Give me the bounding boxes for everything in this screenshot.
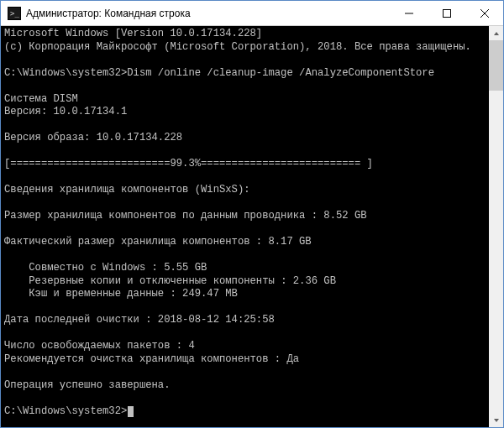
scroll-thumb[interactable] [489, 40, 503, 91]
vertical-scrollbar[interactable] [489, 26, 503, 427]
prompt-path: C:\Windows\system32> [4, 405, 127, 417]
window-title: Администратор: Командная строка [26, 8, 191, 19]
close-button[interactable] [465, 1, 503, 25]
line: Фактический размер хранилища компонентов… [4, 236, 312, 248]
line: Размер хранилища компонентов по данным п… [4, 210, 367, 222]
command-text: Dism /online /cleanup-image /AnalyzeComp… [127, 67, 434, 79]
line: Версия: 10.0.17134.1 [4, 106, 127, 117]
scroll-track[interactable] [489, 40, 503, 413]
scroll-up-button[interactable] [489, 26, 503, 40]
svg-rect-4 [443, 9, 450, 17]
progress-bar: [==========================99.3%========… [4, 158, 373, 170]
console-output[interactable]: Microsoft Windows [Version 10.0.17134.22… [1, 26, 489, 427]
line: Резервные копии и отключенные компоненты… [4, 275, 336, 287]
line: Операция успешно завершена. [4, 379, 170, 391]
line: Дата последней очистки : 2018-08-12 14:2… [4, 314, 275, 326]
svg-rect-3 [405, 13, 413, 13]
scroll-down-button[interactable] [489, 413, 503, 427]
svg-text:>_: >_ [10, 9, 19, 18]
line: Кэш и временные данные : 249.47 MB [4, 288, 238, 300]
line: Число освобождаемых пакетов : 4 [4, 340, 195, 352]
maximize-button[interactable] [428, 1, 465, 25]
line: Microsoft Windows [Version 10.0.17134.22… [4, 28, 262, 39]
line: Cистема DISM [4, 93, 78, 105]
minimize-button[interactable] [390, 1, 428, 25]
line: (c) Корпорация Майкрософт (Microsoft Cor… [4, 41, 471, 53]
prompt-path: C:\Windows\system32> [4, 67, 127, 79]
titlebar[interactable]: >_ Администратор: Командная строка [1, 1, 503, 26]
cmd-icon: >_ [8, 7, 21, 20]
console-area: Microsoft Windows [Version 10.0.17134.22… [1, 26, 503, 427]
line: Совместно с Windows : 5.55 GB [4, 262, 207, 274]
text-cursor [128, 406, 134, 417]
line: Рекомендуется очистка хранилища компонен… [4, 353, 299, 365]
command-prompt-window: >_ Администратор: Командная строка Micro… [0, 0, 504, 428]
line: Версия образа: 10.0.17134.228 [4, 132, 182, 144]
line: Сведения хранилища компонентов (WinSxS): [4, 184, 250, 196]
